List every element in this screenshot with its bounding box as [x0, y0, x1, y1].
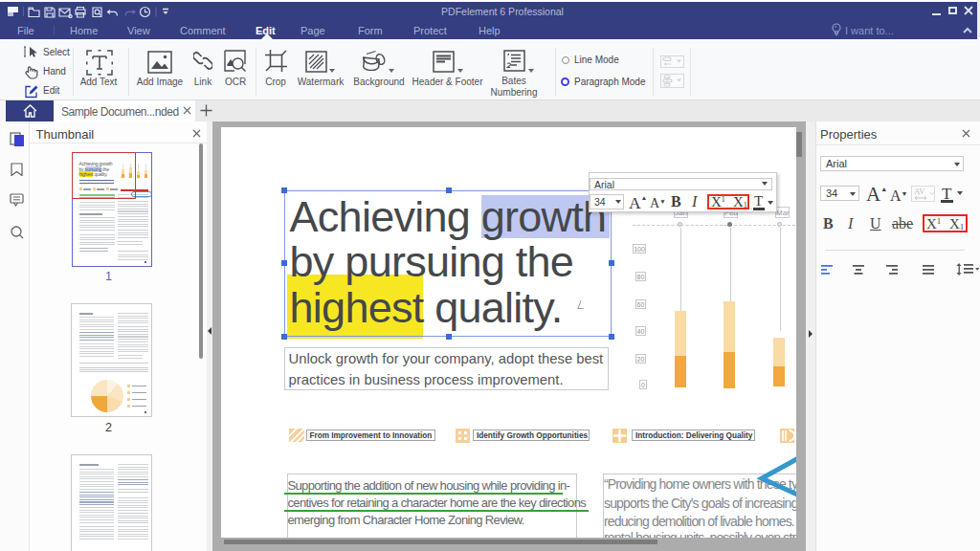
- svg-text:AV: AV: [914, 187, 925, 196]
